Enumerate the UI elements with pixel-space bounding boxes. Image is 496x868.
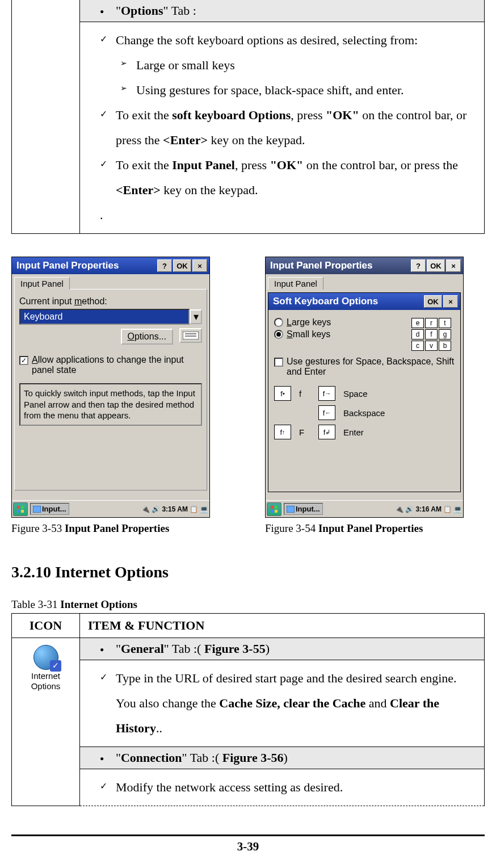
tray-icon[interactable]: 💻 [200,505,208,513]
clock: 3:15 AM [162,505,188,513]
tab-input-panel[interactable]: Input Panel [14,277,70,290]
keyboard-icon[interactable] [179,328,202,343]
icon-cell: Internet Options [12,638,80,806]
list-item: To exit the Input Panel, press "OK" on t… [100,153,478,203]
gestures-checkbox[interactable]: Use gestures for Space, Backspace, Shift… [274,357,455,377]
list-item: Type in the URL of desired start page an… [100,666,478,741]
clock: 3:16 AM [415,505,442,513]
connection-tab-header: "Connection" Tab :( Figure 3-56) [80,747,485,769]
section-heading: 3.2.10 Internet Options [11,563,485,581]
radio-icon [274,318,283,327]
radio-icon [274,330,283,339]
current-method-label: Current input method: [19,296,202,307]
gesture-icon: f↑ [274,425,291,439]
gesture-icon: f→ [318,386,335,401]
figure-3-54: Input Panel Properties ? OK × Input Pane… [265,257,485,535]
list-item: . [100,203,478,228]
method-select[interactable]: Keyboard [19,309,190,325]
gestures-label: Use gestures for Space, Backspace, Shift… [287,357,455,377]
figure-caption: Figure 3-53 Input Panel Properties [11,522,231,535]
help-button[interactable]: ? [157,259,172,272]
start-button[interactable] [13,502,28,516]
close-button: × [446,259,461,272]
options-button[interactable]: Options... [121,329,173,345]
page-number: 3-39 [11,840,485,854]
tray-icon[interactable]: 🔊 [152,505,160,513]
taskbar-task[interactable]: Input... [30,503,69,515]
ok-button[interactable]: OK [424,295,442,308]
list-item: Change the soft keyboard options as desi… [100,28,478,53]
window-title: Input Panel Properties [14,260,156,271]
tray-icon[interactable]: 📋 [443,505,452,513]
svg-rect-6 [21,510,24,513]
help-text: To quickly switch input methods, tap the… [19,383,202,426]
svg-rect-11 [275,510,278,513]
tray-icon[interactable]: 🔌 [395,505,403,513]
close-button[interactable]: × [192,259,207,272]
gestures-list: f• f f→ Space f← Backspace [274,386,455,439]
general-tab-body: Type in the URL of desired start page an… [80,660,485,747]
tray-icon[interactable]: 🔌 [141,505,150,513]
taskbar-task[interactable]: Input... [284,503,323,515]
start-button[interactable] [267,502,281,516]
th-icon: ICON [12,614,80,638]
gesture-icon: f← [318,405,335,420]
empty-icon-cell [12,0,80,234]
table-caption: Table 3-31 Internet Options [11,598,485,611]
gesture-icon: f• [274,386,291,401]
titlebar: Input Panel Properties ? OK × [12,257,209,274]
options-tab-body: Change the soft keyboard options as desi… [80,22,485,234]
svg-rect-12 [287,506,295,513]
checkbox-icon[interactable] [274,358,283,367]
footer-rule [11,835,485,836]
allow-checkbox-row[interactable]: ✓ Allow applications to change the input… [19,355,202,375]
chevron-down-icon[interactable]: ▾ [190,309,202,324]
svg-rect-5 [17,510,20,513]
taskbar: Input... 🔌 🔊 3:16 AM 📋 💻 [266,500,463,517]
device-screenshot-1: Input Panel Properties ? OK × Input Pane… [11,257,210,518]
list-item: Using gestures for space, black-space sh… [100,78,478,103]
tray-icon[interactable]: 📋 [190,505,198,513]
options-tab-table: "Options" Tab : Change the soft keyboard… [11,0,485,234]
connection-tab-body: Modify the network access setting as des… [80,769,485,806]
internet-options-table: ICON ITEM & FUNCTION Internet Options "G… [11,613,485,806]
svg-rect-0 [183,332,199,339]
svg-rect-7 [33,506,41,513]
window-title: Soft Keyboard Options [271,296,423,307]
list-item: To exit the soft keyboard Options, press… [100,103,478,153]
close-button[interactable]: × [443,295,458,308]
options-tab-header: "Options" Tab : [80,0,485,22]
svg-rect-10 [271,510,274,513]
checkbox-icon[interactable]: ✓ [19,356,28,365]
page-footer: 3-39 [11,835,485,854]
svg-rect-4 [21,506,24,509]
key-preview: ert dfg cvb [411,318,451,351]
soft-keyboard-options-window: Soft Keyboard Options OK × Large keys Sm… [268,292,461,492]
general-tab-header: "General" Tab :( Figure 3-55) [80,638,485,660]
ok-button[interactable]: OK [173,259,191,272]
help-button: ? [411,259,426,272]
window-title: Input Panel Properties [268,260,410,271]
tray-icon[interactable]: 💻 [453,505,462,513]
system-tray: 🔌 🔊 3:15 AM 📋 💻 [141,505,208,513]
allow-label: Allow applications to change the input p… [32,355,202,375]
tray-icon[interactable]: 🔊 [405,505,414,513]
titlebar-bg: Input Panel Properties ? OK × [266,257,463,274]
taskbar: Input... 🔌 🔊 3:15 AM 📋 💻 [12,500,209,517]
th-item-function: ITEM & FUNCTION [80,614,485,638]
figures-row: Input Panel Properties ? OK × Input Pane… [11,257,485,535]
figure-caption: Figure 3-54 Input Panel Properties [265,522,485,535]
svg-rect-9 [275,506,278,509]
gesture-icon: f↲ [318,425,335,439]
svg-rect-8 [271,506,274,509]
figure-3-53: Input Panel Properties ? OK × Input Pane… [11,257,231,535]
svg-rect-3 [17,506,20,509]
internet-options-icon: Internet Options [16,643,75,691]
device-screenshot-2: Input Panel Properties ? OK × Input Pane… [265,257,464,518]
list-item: Modify the network access setting as des… [100,775,478,800]
tab-input-panel: Input Panel [268,277,323,290]
ok-button: OK [427,259,445,272]
titlebar: Soft Keyboard Options OK × [268,293,460,310]
system-tray: 🔌 🔊 3:16 AM 📋 💻 [395,505,462,513]
list-item: Large or small keys [100,53,478,78]
